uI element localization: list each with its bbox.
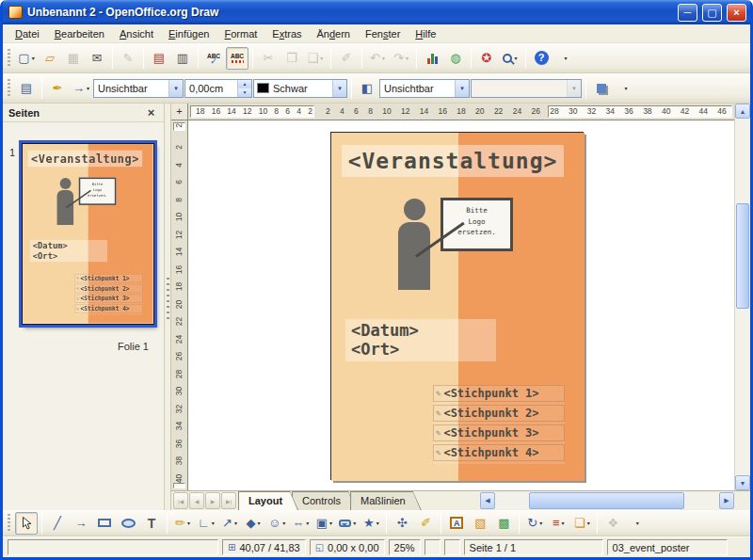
next-tab-button[interactable]: ▶ <box>205 492 220 509</box>
lines-arrows-button[interactable]: ↗▾ <box>218 512 241 535</box>
stepper-arrows[interactable]: ▲▼ <box>237 80 251 97</box>
date-location-frame[interactable]: <Datum> <Ort> <box>345 319 496 361</box>
open-button[interactable]: ▱ <box>39 47 61 70</box>
horizontal-scrollbar[interactable]: ◀ ▶ <box>480 491 734 510</box>
fontwork-gallery-button[interactable]: A <box>445 512 468 535</box>
close-button[interactable]: × <box>727 4 746 22</box>
export-pdf-button[interactable]: ▤ <box>148 47 170 70</box>
bullet-list[interactable]: ✎<Stichpunkt 1> ✎<Stichpunkt 2> ✎<Stichp… <box>433 385 565 464</box>
drawing-page[interactable]: <Veranstaltung> Bitte Logo ersetzen. <Da… <box>188 120 734 490</box>
vertical-ruler[interactable]: 2 246810121416182022242628303234363840 <box>171 120 188 490</box>
line-dialog-button[interactable]: ✒ <box>46 77 69 100</box>
tab-masslinien[interactable]: Maßlinien <box>350 491 422 510</box>
styles-button[interactable]: ▤ <box>15 77 38 100</box>
tab-layout[interactable]: Layout <box>238 491 298 510</box>
navigator-button[interactable]: ✪ <box>475 47 498 70</box>
menu-ansicht[interactable]: Ansicht <box>113 26 160 41</box>
dropdown-arrow-icon[interactable]: ▾ <box>455 80 469 97</box>
vertical-scroll-track[interactable] <box>735 119 750 475</box>
menu-bearbeiten[interactable]: Bearbeiten <box>48 26 111 41</box>
symbol-shapes-button[interactable]: ☺▾ <box>265 512 288 535</box>
rotate-button[interactable]: ↻▾ <box>523 512 546 535</box>
status-zoom[interactable]: 25% <box>389 539 421 555</box>
menu-fenster[interactable]: Fenster <box>359 26 407 41</box>
basic-shapes-button[interactable]: ◆▾ <box>242 512 264 535</box>
cut-button[interactable]: ✂ <box>257 47 280 70</box>
prev-tab-button[interactable]: ◀ <box>189 492 204 509</box>
page-thumbnail[interactable]: <Veranstaltung> Bitte Logo ersetzen. <Da… <box>22 143 154 325</box>
gallery-button[interactable]: ▩ <box>492 512 515 535</box>
zoom-button[interactable]: ▾ <box>499 47 521 70</box>
panel-close-icon[interactable]: × <box>144 105 158 120</box>
auto-spellcheck-button[interactable]: ABC <box>226 47 248 70</box>
format-paintbrush-button[interactable]: ✐ <box>335 47 358 70</box>
alignment-button[interactable]: ≡▾ <box>547 512 569 535</box>
block-arrows-button[interactable]: ⇔▾ <box>289 512 312 535</box>
copy-button[interactable]: ❐ <box>280 47 303 70</box>
menu-hilfe[interactable]: Hilfe <box>409 26 442 41</box>
tab-controls[interactable]: Controls <box>292 491 357 510</box>
minimize-button[interactable]: ─ <box>678 4 697 22</box>
effects-button[interactable]: ❖ <box>601 512 624 535</box>
insert-chart-button[interactable] <box>421 47 443 70</box>
toolbar-grip[interactable] <box>8 514 10 533</box>
toolbar-grip[interactable] <box>8 79 10 98</box>
dropdown-arrow-icon[interactable]: ▾ <box>332 80 346 97</box>
fill-color-select[interactable]: ▾ <box>471 79 582 98</box>
callouts-button[interactable]: ▾ <box>336 512 359 535</box>
paste-button[interactable]: ❑▾ <box>304 47 327 70</box>
flowchart-button[interactable]: ▣▾ <box>312 512 335 535</box>
save-button[interactable]: ▦ <box>62 47 85 70</box>
arrow-tool-button[interactable]: → <box>70 512 92 535</box>
rectangle-tool-button[interactable] <box>93 512 116 535</box>
toolbar-grip[interactable] <box>8 49 10 68</box>
bullet-item[interactable]: ✎<Stichpunkt 4> <box>433 444 565 461</box>
bullet-item[interactable]: ✎<Stichpunkt 1> <box>433 385 565 402</box>
poster-title-frame[interactable]: <Veranstaltung> <box>342 145 564 177</box>
new-button[interactable]: ▢▾ <box>15 47 38 70</box>
status-position[interactable]: ⊞ 40,07 / 41,83 <box>222 539 306 555</box>
edit-file-button[interactable]: ✎ <box>117 47 139 70</box>
status-template-name[interactable]: 03_event_poster <box>607 539 728 555</box>
bullet-item[interactable]: ✎<Stichpunkt 3> <box>433 424 565 441</box>
line-color-select[interactable]: Schwar ▾ <box>253 79 347 98</box>
spellcheck-button[interactable]: ABC✓ <box>202 47 225 70</box>
fontwork-button[interactable]: ✐ <box>414 512 437 535</box>
logo-placeholder-board[interactable]: Bitte Logo ersetzen. <box>441 198 513 251</box>
email-button[interactable]: ✉ <box>86 47 108 70</box>
event-poster[interactable]: <Veranstaltung> Bitte Logo ersetzen. <Da… <box>330 132 584 480</box>
ruler-origin-icon[interactable]: + <box>171 104 188 120</box>
arrow-style-button[interactable]: →▾ <box>70 77 92 100</box>
last-tab-button[interactable]: ▶| <box>221 492 236 509</box>
scroll-up-icon[interactable]: ▲ <box>735 104 750 119</box>
vertical-scrollbar[interactable]: ▲ ▼ <box>734 104 750 490</box>
undo-button[interactable]: ↶▾ <box>366 47 389 70</box>
curve-tool-button[interactable]: ✏▾ <box>171 512 194 535</box>
ellipse-tool-button[interactable] <box>117 512 139 535</box>
redo-button[interactable]: ↷▾ <box>390 47 412 70</box>
bullet-item[interactable]: ✎<Stichpunkt 2> <box>433 405 565 422</box>
line-tool-button[interactable]: ╱ <box>46 512 69 535</box>
fill-style-select[interactable]: Unsichtbar ▾ <box>379 79 470 98</box>
dropdown-arrow-icon[interactable]: ▾ <box>168 80 183 97</box>
stars-button[interactable]: ★▾ <box>360 512 382 535</box>
first-tab-button[interactable]: |◀ <box>173 492 188 509</box>
menu-datei[interactable]: Datei <box>8 26 46 41</box>
horizontal-ruler[interactable]: 18161412108642 2468101214161820222426283… <box>188 104 734 120</box>
dropdown-arrow-icon[interactable]: ▾ <box>567 80 581 97</box>
panel-splitter[interactable] <box>165 104 171 510</box>
scroll-right-icon[interactable]: ▶ <box>719 492 734 509</box>
text-tool-button[interactable]: T <box>140 512 163 535</box>
status-size[interactable]: ◱ 0,00 x 0,00 <box>310 539 385 555</box>
scroll-left-icon[interactable]: ◀ <box>480 492 495 509</box>
menu-aendern[interactable]: Ändern <box>311 26 358 41</box>
horizontal-scroll-thumb[interactable] <box>529 492 684 509</box>
toolbar-options-button[interactable]: ▾ <box>553 47 576 70</box>
maximize-button[interactable]: ▢ <box>702 4 722 22</box>
status-page[interactable]: Seite 1 / 1 <box>464 539 603 555</box>
menu-format[interactable]: Format <box>217 26 264 41</box>
vertical-scroll-thumb[interactable] <box>736 203 749 309</box>
line-style-select[interactable]: Unsichtbar ▾ <box>93 79 184 98</box>
line-width-stepper[interactable]: 0,00cm ▲▼ <box>184 79 252 98</box>
connector-tool-button[interactable]: ∟▾ <box>195 512 217 535</box>
